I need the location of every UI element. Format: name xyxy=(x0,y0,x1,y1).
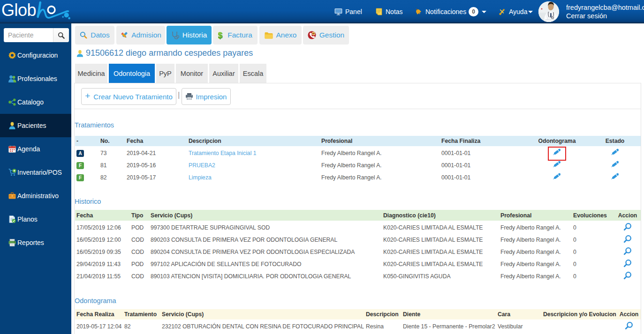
svg-text:Glob: Glob xyxy=(1,1,36,20)
svg-text:$: $ xyxy=(218,31,223,39)
svg-text:24/7: 24/7 xyxy=(312,33,315,35)
